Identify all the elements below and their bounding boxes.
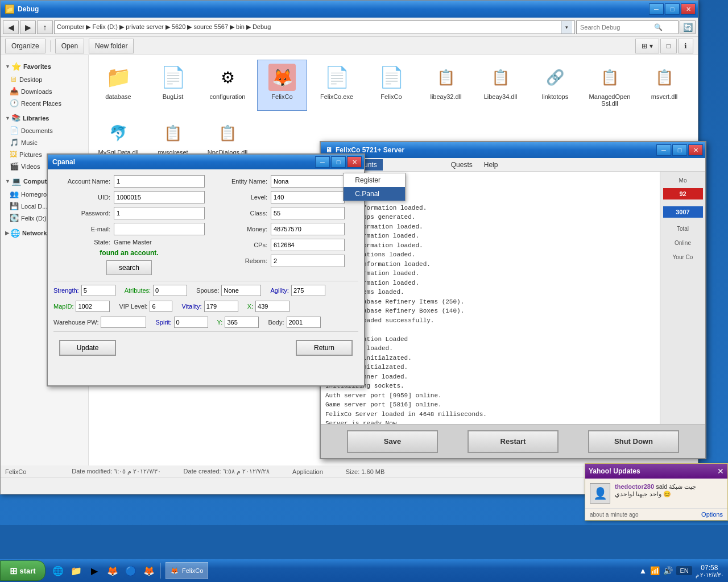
y-input[interactable] xyxy=(225,317,259,328)
level-input[interactable] xyxy=(271,191,345,203)
felixco-selected-label: FelixCo xyxy=(271,93,292,100)
entity-name-input[interactable] xyxy=(271,175,345,188)
music-icon: 🎵 xyxy=(10,138,19,147)
file-item-felixco-selected[interactable]: 🦊 FelixCo xyxy=(257,60,307,111)
file-item-libeay32[interactable]: 📋 libeay32.dll xyxy=(421,60,471,111)
sidebar-item-desktop[interactable]: 🖥 Desktop xyxy=(1,73,88,85)
yahoo-close-button[interactable]: ✕ xyxy=(717,467,724,476)
organize-button[interactable]: Organize xyxy=(5,39,46,53)
sidebar-item-downloads[interactable]: 📥 Downloads xyxy=(1,85,88,97)
details-pane-button[interactable]: ℹ xyxy=(678,39,693,53)
spouse-input[interactable] xyxy=(221,285,261,296)
libraries-label: Libraries xyxy=(23,115,49,122)
felixco-label: FelixCo xyxy=(380,93,402,100)
email-input[interactable] xyxy=(114,223,205,235)
uid-row: UID: xyxy=(53,191,205,203)
explorer-icon: 📁 xyxy=(5,5,14,14)
file-item-felixco-exe[interactable]: 📄 FelixCo.exe xyxy=(312,60,362,111)
address-bar[interactable]: Computer ▶ Felix (D:) ▶ private server ▶… xyxy=(54,20,575,34)
start-button[interactable]: ⊞ start xyxy=(0,560,46,581)
save-button[interactable]: Save xyxy=(347,430,438,453)
return-button[interactable]: Return xyxy=(296,340,353,356)
file-item-managedopenssl[interactable]: 📋 ManagedOpenSsl.dll xyxy=(585,60,635,111)
file-item-msvcrt[interactable]: 📋 msvcrt.dll xyxy=(639,60,689,111)
search-box[interactable]: 🔍 xyxy=(576,20,679,34)
search-button[interactable]: search xyxy=(106,260,152,275)
uid-input[interactable] xyxy=(114,191,205,203)
yahoo-options-link[interactable]: Options xyxy=(701,511,723,518)
felixco-exe-label: FelixCo.exe xyxy=(320,93,353,100)
vip-level-input[interactable] xyxy=(150,301,172,312)
cpanel-maximize-button[interactable]: □ xyxy=(331,156,346,168)
x-input[interactable] xyxy=(255,301,289,312)
mapid-input[interactable] xyxy=(76,301,110,312)
language-indicator[interactable]: EN xyxy=(676,566,692,575)
atributes-input[interactable] xyxy=(153,285,187,296)
tray-arrow-icon[interactable]: ▲ xyxy=(639,566,647,575)
server-maximize-button[interactable]: □ xyxy=(672,144,687,156)
refresh-button[interactable]: 🔄 xyxy=(680,20,696,34)
warehouse-pw-input[interactable] xyxy=(101,317,146,328)
agility-input[interactable] xyxy=(291,285,325,296)
tray-clock[interactable]: 07:58 ٢٠١٢/٧/٣٠ م xyxy=(696,564,723,578)
search-icon[interactable]: 🔍 xyxy=(654,23,663,31)
back-button[interactable]: ◀ xyxy=(3,20,19,34)
favorites-header[interactable]: ▼ ⭐ Favorites xyxy=(1,60,88,73)
tray-speaker-icon[interactable]: 🔊 xyxy=(663,566,673,575)
file-item-buglist[interactable]: 📄 BugList xyxy=(148,60,198,111)
restart-button[interactable]: Restart xyxy=(468,430,559,453)
vitality-input[interactable] xyxy=(204,301,238,312)
menu-item-quests[interactable]: Quests xyxy=(445,158,478,171)
shutdown-button[interactable]: Shut Down xyxy=(588,430,679,453)
cps-input[interactable] xyxy=(271,239,345,251)
cpanel-minimize-button[interactable]: ─ xyxy=(315,156,330,168)
close-button[interactable]: ✕ xyxy=(681,3,696,15)
new-folder-button[interactable]: New folder xyxy=(89,39,134,53)
reborn-input[interactable] xyxy=(271,255,345,267)
quick-app-button[interactable]: 🦊 xyxy=(141,563,157,579)
forward-button[interactable]: ▶ xyxy=(20,20,36,34)
body-input[interactable] xyxy=(287,317,321,328)
libraries-header[interactable]: ▼ 📚 Libraries xyxy=(1,111,88,124)
dropdown-cpanel[interactable]: C.Panal xyxy=(344,187,405,201)
maximize-button[interactable]: □ xyxy=(665,3,680,15)
open-button[interactable]: Open xyxy=(55,39,84,53)
menu-item-help[interactable]: Help xyxy=(478,158,504,171)
strength-input[interactable] xyxy=(81,285,115,296)
server-minimize-button[interactable]: ─ xyxy=(656,144,671,156)
dropdown-register[interactable]: Register xyxy=(344,173,405,187)
file-item-configuration[interactable]: ⚙ configuration xyxy=(202,60,253,111)
quick-ie-button[interactable]: 🌐 xyxy=(50,563,66,579)
preview-button[interactable]: □ xyxy=(660,39,677,53)
locald-icon: 💾 xyxy=(10,202,19,210)
tray-network-icon[interactable]: 📶 xyxy=(650,566,660,575)
sidebar-item-documents[interactable]: 📄 Documents xyxy=(1,124,88,136)
address-dropdown[interactable]: ▾ xyxy=(561,21,572,34)
sidebar-item-recent[interactable]: 🕐 Recent Places xyxy=(1,97,88,109)
level-label: Level: xyxy=(216,194,267,201)
quick-media-button[interactable]: ▶ xyxy=(86,563,102,579)
spirit-input[interactable] xyxy=(174,317,208,328)
file-item-database[interactable]: 📁 database xyxy=(93,60,143,111)
taskbar-item-felixco[interactable]: 🦊 FelixCo xyxy=(166,562,208,579)
quick-files-button[interactable]: 📁 xyxy=(68,563,84,579)
file-item-felixco[interactable]: 📄 FelixCo xyxy=(366,60,416,111)
update-button[interactable]: Update xyxy=(59,340,116,356)
class-input[interactable] xyxy=(271,207,345,219)
spirit-label: Spirit: xyxy=(155,319,171,326)
quick-games-button[interactable]: 🔵 xyxy=(123,563,139,579)
money-input[interactable] xyxy=(271,223,345,235)
view-toggle-button[interactable]: ⊞ ▾ xyxy=(635,39,659,53)
minimize-button[interactable]: ─ xyxy=(649,3,664,15)
class-row: Class: xyxy=(216,207,358,219)
server-close-button[interactable]: ✕ xyxy=(688,144,703,156)
file-item-linktotops[interactable]: 🔗 linktotops xyxy=(530,60,580,111)
search-input[interactable] xyxy=(580,24,654,31)
file-item-libeay34[interactable]: 📋 Libeay34.dll xyxy=(475,60,526,111)
account-name-input[interactable] xyxy=(114,175,205,188)
sidebar-item-music[interactable]: 🎵 Music xyxy=(1,136,88,148)
cpanel-close-button[interactable]: ✕ xyxy=(347,156,362,168)
password-input[interactable] xyxy=(114,207,205,219)
up-button[interactable]: ↑ xyxy=(37,20,53,34)
quick-firefox-button[interactable]: 🦊 xyxy=(105,563,121,579)
